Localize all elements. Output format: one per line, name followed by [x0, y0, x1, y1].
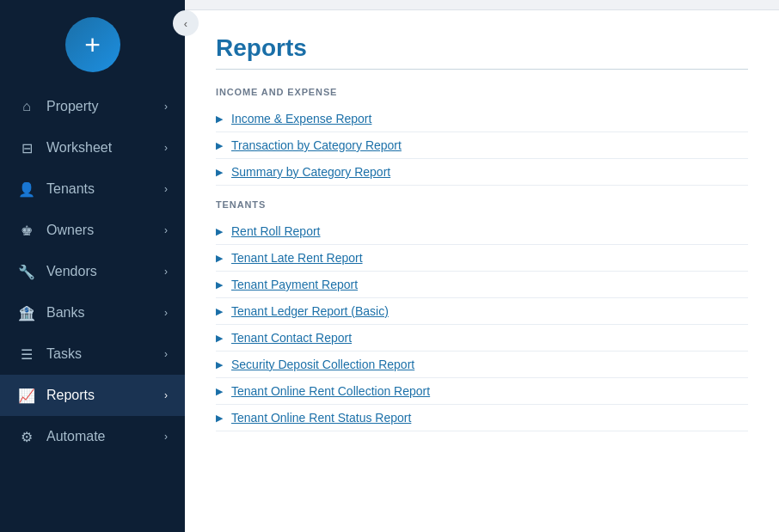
reports-sections: INCOME AND EXPENSE▶Income & Expense Repo…: [216, 87, 748, 431]
sidebar-item-owners[interactable]: ♚Owners›: [0, 210, 185, 251]
page-title: Reports: [216, 34, 748, 62]
report-list-income-expense: ▶Income & Expense Report▶Transaction by …: [216, 106, 748, 186]
home-icon: ⌂: [17, 97, 36, 116]
sidebar-label-automate: Automate: [46, 429, 164, 444]
crown-icon: ♚: [17, 221, 36, 240]
bank-icon: 🏦: [17, 303, 36, 322]
report-play-icon: ▶: [216, 167, 223, 178]
chevron-right-icon: ›: [164, 142, 168, 154]
report-link-rent-roll-report[interactable]: Rent Roll Report: [231, 224, 321, 238]
collapse-button[interactable]: ‹: [173, 10, 199, 36]
report-play-icon: ▶: [216, 113, 223, 125]
add-button[interactable]: +: [65, 17, 120, 72]
chevron-right-icon: ›: [164, 307, 168, 319]
report-item-transaction-category-report[interactable]: ▶Transaction by Category Report: [216, 132, 748, 159]
sidebar-label-vendors: Vendors: [46, 264, 164, 279]
key-icon: 🔧: [17, 262, 36, 281]
report-link-income-expense-report[interactable]: Income & Expense Report: [231, 112, 371, 125]
report-item-tenant-online-rent-status-report[interactable]: ▶Tenant Online Rent Status Report: [216, 405, 748, 431]
sliders-icon: ⚙: [17, 427, 36, 446]
section-income-expense: INCOME AND EXPENSE▶Income & Expense Repo…: [216, 87, 748, 186]
sidebar-item-banks[interactable]: 🏦Banks›: [0, 292, 185, 333]
report-item-security-deposit-report[interactable]: ▶Security Deposit Collection Report: [216, 352, 748, 378]
chart-icon: 📈: [17, 386, 36, 405]
users-icon: 👤: [17, 180, 36, 199]
report-item-rent-roll-report[interactable]: ▶Rent Roll Report: [216, 218, 748, 245]
tasks-icon: ☰: [17, 345, 36, 364]
chevron-right-icon: ›: [164, 348, 168, 360]
chevron-right-icon: ›: [164, 224, 168, 236]
top-bar: [185, 0, 779, 10]
chevron-right-icon: ›: [164, 431, 168, 443]
sidebar-label-property: Property: [46, 99, 164, 114]
sidebar-label-reports: Reports: [46, 388, 164, 403]
chevron-right-icon: ›: [164, 266, 168, 278]
report-link-summary-category-report[interactable]: Summary by Category Report: [231, 165, 390, 179]
sidebar-label-owners: Owners: [46, 223, 164, 238]
report-item-tenant-online-rent-collection-report[interactable]: ▶Tenant Online Rent Collection Report: [216, 378, 748, 405]
report-link-tenant-online-rent-collection-report[interactable]: Tenant Online Rent Collection Report: [231, 384, 430, 398]
sidebar-item-worksheet[interactable]: ⊟Worksheet›: [0, 127, 185, 168]
report-item-income-expense-report[interactable]: ▶Income & Expense Report: [216, 106, 748, 132]
content-area: Reports INCOME AND EXPENSE▶Income & Expe…: [185, 10, 779, 532]
sidebar-label-tenants: Tenants: [46, 181, 164, 197]
report-link-tenant-payment-report[interactable]: Tenant Payment Report: [231, 278, 358, 291]
sidebar-item-reports[interactable]: 📈Reports›: [0, 375, 185, 416]
report-play-icon: ▶: [216, 413, 223, 424]
report-link-transaction-category-report[interactable]: Transaction by Category Report: [231, 138, 402, 152]
chevron-right-icon: ›: [164, 183, 168, 195]
section-header-tenants: TENANTS: [216, 199, 748, 210]
report-play-icon: ▶: [216, 306, 223, 317]
report-link-tenant-ledger-basic-report[interactable]: Tenant Ledger Report (Basic): [231, 304, 389, 318]
report-link-tenant-late-rent-report[interactable]: Tenant Late Rent Report: [231, 251, 363, 265]
table-icon: ⊟: [17, 138, 36, 157]
sidebar-item-tasks[interactable]: ☰Tasks›: [0, 333, 185, 375]
section-tenants: TENANTS▶Rent Roll Report▶Tenant Late Ren…: [216, 199, 748, 431]
report-list-tenants: ▶Rent Roll Report▶Tenant Late Rent Repor…: [216, 218, 748, 431]
report-link-tenant-contact-report[interactable]: Tenant Contact Report: [231, 331, 352, 345]
sidebar-label-worksheet: Worksheet: [46, 140, 164, 156]
sidebar-item-tenants[interactable]: 👤Tenants›: [0, 168, 185, 210]
report-play-icon: ▶: [216, 386, 223, 397]
report-play-icon: ▶: [216, 226, 223, 237]
sidebar-item-automate[interactable]: ⚙Automate›: [0, 416, 185, 457]
main-content: Reports INCOME AND EXPENSE▶Income & Expe…: [185, 0, 779, 532]
report-link-tenant-online-rent-status-report[interactable]: Tenant Online Rent Status Report: [231, 411, 411, 425]
chevron-right-icon: ›: [164, 101, 168, 113]
sidebar-logo-area: +: [0, 0, 185, 86]
section-header-income-expense: INCOME AND EXPENSE: [216, 87, 748, 97]
chevron-right-icon: ›: [164, 389, 168, 401]
sidebar-item-property[interactable]: ⌂Property›: [0, 86, 185, 127]
report-item-tenant-payment-report[interactable]: ▶Tenant Payment Report: [216, 272, 748, 298]
report-item-tenant-late-rent-report[interactable]: ▶Tenant Late Rent Report: [216, 245, 748, 272]
title-divider: [216, 69, 748, 70]
plus-icon: +: [84, 31, 101, 58]
report-item-summary-category-report[interactable]: ▶Summary by Category Report: [216, 159, 748, 186]
report-item-tenant-contact-report[interactable]: ▶Tenant Contact Report: [216, 325, 748, 352]
report-play-icon: ▶: [216, 279, 223, 290]
report-play-icon: ▶: [216, 253, 223, 264]
sidebar-label-tasks: Tasks: [46, 346, 164, 362]
report-link-security-deposit-report[interactable]: Security Deposit Collection Report: [231, 358, 414, 371]
report-play-icon: ▶: [216, 140, 223, 151]
sidebar: ‹ + ⌂Property›⊟Worksheet›👤Tenants›♚Owner…: [0, 0, 185, 532]
report-play-icon: ▶: [216, 333, 223, 344]
sidebar-label-banks: Banks: [46, 305, 164, 321]
report-play-icon: ▶: [216, 359, 223, 370]
sidebar-nav: ⌂Property›⊟Worksheet›👤Tenants›♚Owners›🔧V…: [0, 86, 185, 457]
chevron-left-icon: ‹: [184, 17, 187, 30]
report-item-tenant-ledger-basic-report[interactable]: ▶Tenant Ledger Report (Basic): [216, 298, 748, 325]
sidebar-item-vendors[interactable]: 🔧Vendors›: [0, 251, 185, 292]
